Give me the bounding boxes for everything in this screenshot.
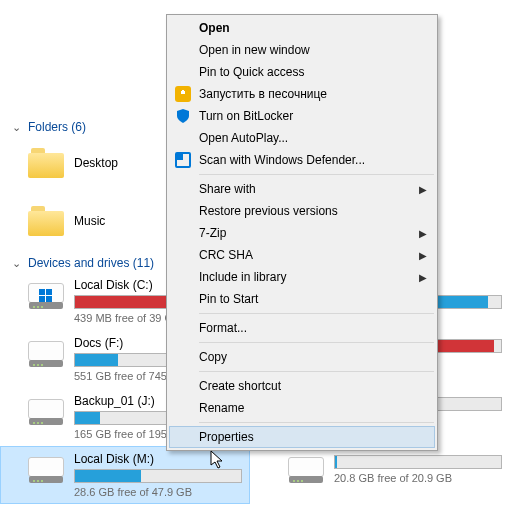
- menu-separator: [199, 422, 434, 423]
- chevron-right-icon: ▶: [419, 228, 427, 239]
- menu-format[interactable]: Format...: [169, 317, 435, 339]
- storage-bar: [74, 469, 242, 483]
- menu-separator: [199, 313, 434, 314]
- chevron-right-icon: ▶: [419, 184, 427, 195]
- drive-free-text: 20.8 GB free of 20.9 GB: [334, 472, 502, 484]
- folder-icon: [28, 206, 64, 236]
- menu-include-library[interactable]: Include in library▶: [169, 266, 435, 288]
- drive-icon: [28, 281, 64, 309]
- menu-restore-versions[interactable]: Restore previous versions: [169, 200, 435, 222]
- menu-rename[interactable]: Rename: [169, 397, 435, 419]
- defender-icon: [175, 152, 191, 168]
- menu-7zip[interactable]: 7-Zip▶: [169, 222, 435, 244]
- drive-icon: [288, 455, 324, 483]
- menu-properties[interactable]: Properties: [169, 426, 435, 448]
- folder-icon: [28, 148, 64, 178]
- menu-defender[interactable]: Scan with Windows Defender...: [169, 149, 435, 171]
- menu-separator: [199, 174, 434, 175]
- menu-share-with[interactable]: Share with▶: [169, 178, 435, 200]
- sandbox-icon: [175, 86, 191, 102]
- storage-bar: [334, 455, 502, 469]
- folders-title: Folders (6): [28, 120, 86, 134]
- context-menu: Open Open in new window Pin to Quick acc…: [166, 14, 438, 451]
- menu-sandbox[interactable]: Запустить в песочнице: [169, 83, 435, 105]
- menu-open-new-window[interactable]: Open in new window: [169, 39, 435, 61]
- menu-separator: [199, 342, 434, 343]
- drive-icon: [28, 339, 64, 367]
- menu-copy[interactable]: Copy: [169, 346, 435, 368]
- drive-icon: [28, 455, 64, 483]
- chevron-down-icon: ⌄: [12, 257, 24, 270]
- menu-bitlocker[interactable]: Turn on BitLocker: [169, 105, 435, 127]
- cursor-icon: [210, 450, 226, 470]
- chevron-right-icon: ▶: [419, 272, 427, 283]
- menu-pin-quick-access[interactable]: Pin to Quick access: [169, 61, 435, 83]
- drives-title: Devices and drives (11): [28, 256, 154, 270]
- drive-n[interactable]: 20.8 GB free of 20.9 GB: [260, 446, 510, 504]
- folder-label: Music: [74, 214, 105, 228]
- menu-autoplay[interactable]: Open AutoPlay...: [169, 127, 435, 149]
- menu-pin-start[interactable]: Pin to Start: [169, 288, 435, 310]
- menu-crc-sha[interactable]: CRC SHA▶: [169, 244, 435, 266]
- menu-separator: [199, 371, 434, 372]
- chevron-down-icon: ⌄: [12, 121, 24, 134]
- menu-open[interactable]: Open: [169, 17, 435, 39]
- shield-icon: [175, 108, 191, 124]
- drive-free-text: 28.6 GB free of 47.9 GB: [74, 486, 242, 498]
- chevron-right-icon: ▶: [419, 250, 427, 261]
- folder-label: Desktop: [74, 156, 118, 170]
- menu-create-shortcut[interactable]: Create shortcut: [169, 375, 435, 397]
- drive-icon: [28, 397, 64, 425]
